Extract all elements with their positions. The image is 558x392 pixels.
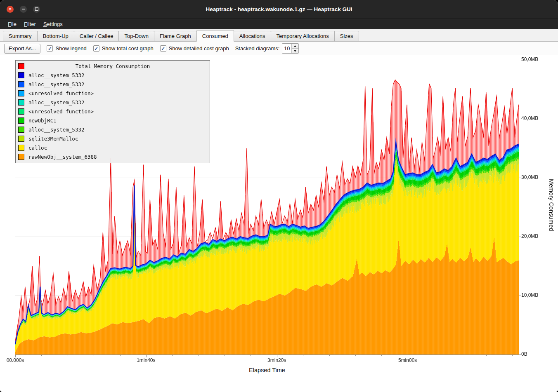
tab-flame-graph[interactable]: Flame Graph bbox=[154, 31, 197, 42]
export-as-button[interactable]: Export As... bbox=[4, 44, 40, 54]
legend-swatch bbox=[18, 145, 24, 151]
stacked-diagrams-spinbox[interactable]: 10 bbox=[282, 43, 299, 54]
chart-legend: Total Memory Consumption alloc__system_5… bbox=[15, 60, 210, 163]
legend-swatch bbox=[18, 117, 24, 124]
legend-item-label: alloc__system_5332 bbox=[28, 81, 84, 87]
stacked-diagrams-group: Stacked diagrams: 10 bbox=[235, 43, 299, 54]
menu-filter[interactable]: Filter bbox=[20, 20, 40, 28]
stacked-diagrams-label: Stacked diagrams: bbox=[235, 45, 280, 52]
legend-item: <unresolved function> bbox=[16, 89, 210, 98]
checkbox-label: Show detailed cost graph bbox=[169, 45, 229, 52]
minimize-button[interactable] bbox=[20, 6, 27, 13]
legend-item: newObjRC1 bbox=[16, 116, 210, 125]
y-tick-label: 0B bbox=[521, 351, 527, 357]
tab-sizes[interactable]: Sizes bbox=[334, 31, 359, 42]
y-axis-title: Memory Consumed bbox=[548, 179, 555, 231]
x-tick-label: 3min20s bbox=[258, 357, 296, 363]
tab-top-down[interactable]: Top-Down bbox=[118, 31, 154, 42]
checkbox-group-show-total-cost-graph: ✓Show total cost graph bbox=[93, 45, 154, 52]
checkbox-label: Show legend bbox=[55, 45, 86, 52]
legend-swatch bbox=[18, 136, 24, 142]
stacked-diagrams-value: 10 bbox=[282, 44, 291, 53]
legend-item: alloc__system_5332 bbox=[16, 98, 210, 107]
checkbox-show-legend[interactable]: ✓ bbox=[47, 45, 53, 52]
legend-item: <unresolved function> bbox=[16, 107, 210, 116]
tab-bar: SummaryBottom-UpCaller / CalleeTop-DownF… bbox=[0, 29, 558, 42]
legend-item-label: <unresolved function> bbox=[28, 90, 94, 96]
y-tick-label: 20,0MB bbox=[521, 233, 538, 239]
legend-title: Total Memory Consumption bbox=[28, 63, 197, 69]
menu-file[interactable]: File bbox=[4, 20, 20, 28]
checkbox-label: Show total cost graph bbox=[102, 45, 154, 52]
heaptrack-window: ✕ Heaptrack - heaptrack.wakunode.1.gz — … bbox=[0, 0, 558, 392]
titlebar: ✕ Heaptrack - heaptrack.wakunode.1.gz — … bbox=[0, 0, 558, 18]
legend-swatch bbox=[18, 127, 24, 133]
maximize-icon bbox=[35, 7, 38, 11]
legend-swatch bbox=[18, 63, 24, 69]
tab-summary[interactable]: Summary bbox=[3, 31, 38, 42]
tab-caller-callee[interactable]: Caller / Callee bbox=[74, 31, 119, 42]
close-icon: ✕ bbox=[9, 7, 12, 11]
legend-item-label: sqlite3MemMalloc bbox=[28, 136, 78, 142]
arrow-down-icon bbox=[294, 50, 296, 52]
legend-item-label: alloc__system_5332 bbox=[28, 72, 84, 78]
y-tick-label: 50,0MB bbox=[521, 56, 538, 62]
menu-bar: File Filter Settings bbox=[0, 18, 558, 29]
checkbox-show-total-cost-graph[interactable]: ✓ bbox=[93, 45, 99, 52]
tab-temporary-allocations[interactable]: Temporary Allocations bbox=[271, 31, 335, 42]
legend-item-label: rawNewObj__system_6388 bbox=[28, 154, 97, 160]
y-tick-label: 40,0MB bbox=[521, 115, 538, 121]
legend-item-label: alloc__system_5332 bbox=[28, 127, 84, 133]
legend-swatch bbox=[18, 108, 24, 115]
legend-item-label: calloc bbox=[28, 145, 47, 151]
spin-buttons bbox=[291, 44, 298, 53]
tab-consumed[interactable]: Consumed bbox=[196, 30, 234, 42]
x-tick-label: 00.000s bbox=[0, 357, 34, 363]
legend-swatch bbox=[18, 90, 24, 96]
checkbox-group-show-detailed-cost-graph: ✓Show detailed cost graph bbox=[160, 45, 229, 52]
legend-swatch bbox=[18, 72, 24, 78]
legend-item-label: newObjRC1 bbox=[28, 117, 57, 124]
legend-items: alloc__system_5332alloc__system_5332<unr… bbox=[16, 70, 210, 161]
legend-item: calloc bbox=[16, 143, 210, 152]
window-title: Heaptrack - heaptrack.wakunode.1.gz — He… bbox=[0, 6, 558, 12]
legend-item: sqlite3MemMalloc bbox=[16, 134, 210, 143]
legend-item: rawNewObj__system_6388 bbox=[16, 152, 210, 161]
legend-swatch bbox=[18, 99, 24, 106]
chart-region: Total Memory Consumption alloc__system_5… bbox=[0, 55, 558, 392]
close-button[interactable]: ✕ bbox=[7, 6, 14, 13]
menu-settings[interactable]: Settings bbox=[40, 20, 66, 28]
legend-item: alloc__system_5332 bbox=[16, 70, 210, 80]
x-tick-label: 5min00s bbox=[389, 357, 426, 363]
checkbox-show-detailed-cost-graph[interactable]: ✓ bbox=[160, 45, 166, 52]
x-axis-title: Elapsed Time bbox=[15, 367, 519, 373]
legend-item: alloc__system_5332 bbox=[16, 80, 210, 89]
minimize-icon bbox=[22, 9, 25, 9]
spin-down-button[interactable] bbox=[292, 48, 298, 53]
checkbox-group-show-legend: ✓Show legend bbox=[47, 45, 86, 52]
maximize-button[interactable] bbox=[33, 6, 40, 13]
legend-swatch bbox=[18, 81, 24, 87]
tab-bottom-up[interactable]: Bottom-Up bbox=[37, 31, 74, 42]
legend-item-label: <unresolved function> bbox=[28, 108, 94, 115]
tab-allocations[interactable]: Allocations bbox=[234, 31, 271, 42]
legend-item: alloc__system_5332 bbox=[16, 125, 210, 134]
legend-swatch bbox=[18, 154, 24, 160]
legend-item-label: alloc__system_5332 bbox=[28, 99, 84, 106]
y-tick-label: 30,0MB bbox=[521, 174, 538, 180]
toolbar-checkboxes: ✓Show legend✓Show total cost graph✓Show … bbox=[47, 45, 229, 52]
x-tick-label: 1min40s bbox=[128, 357, 165, 363]
window-controls: ✕ bbox=[7, 0, 40, 18]
spin-up-button[interactable] bbox=[292, 44, 298, 48]
legend-title-row: Total Memory Consumption bbox=[16, 61, 210, 70]
toolbar: Export As... ✓Show legend✓Show total cos… bbox=[0, 42, 558, 55]
y-tick-label: 10,0MB bbox=[521, 292, 538, 298]
arrow-up-icon bbox=[294, 45, 296, 47]
